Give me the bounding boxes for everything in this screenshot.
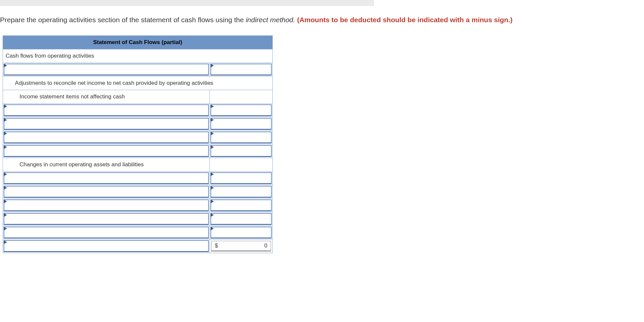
instruction-red-bold: (Amounts to be deducted should be indica…	[295, 16, 513, 24]
top-bar	[0, 0, 374, 6]
input-value-3[interactable]	[210, 117, 273, 131]
instruction-italic: indirect method.	[246, 16, 295, 24]
input-label-10[interactable]	[3, 226, 210, 240]
dropdown-arrow-icon	[4, 104, 7, 108]
row-changes: Changes in current operating assets and …	[3, 158, 210, 172]
dropdown-arrow-icon	[4, 227, 7, 231]
total-value: 0	[264, 242, 267, 249]
dropdown-arrow-icon	[210, 227, 214, 231]
input-value-6[interactable]	[210, 172, 273, 185]
dropdown-arrow-icon	[210, 186, 214, 190]
input-label-7[interactable]	[3, 185, 210, 199]
dropdown-arrow-icon	[210, 118, 214, 122]
dropdown-arrow-icon	[210, 145, 214, 149]
dropdown-arrow-icon	[210, 213, 214, 217]
input-label-8[interactable]	[3, 199, 210, 212]
dropdown-arrow-icon	[4, 118, 7, 122]
dropdown-arrow-icon	[210, 64, 214, 68]
input-label-9[interactable]	[3, 212, 210, 226]
blank-cell	[210, 158, 273, 172]
instruction-text: Prepare the operating activities section…	[0, 15, 644, 24]
input-value-10[interactable]	[210, 226, 273, 240]
dropdown-arrow-icon	[210, 199, 214, 203]
total-currency-symbol: $	[215, 242, 218, 249]
input-value-5[interactable]	[210, 144, 273, 158]
input-label-1[interactable]	[3, 63, 210, 77]
input-label-6[interactable]	[3, 172, 210, 185]
input-label-total[interactable]	[3, 240, 210, 253]
input-value-4[interactable]	[210, 131, 273, 144]
dropdown-arrow-icon	[210, 132, 214, 135]
row-operating-activities: Cash flows from operating activities	[3, 49, 273, 63]
input-value-9[interactable]	[210, 212, 273, 226]
dropdown-arrow-icon	[4, 145, 7, 149]
input-value-1[interactable]	[210, 63, 273, 77]
dropdown-arrow-icon	[210, 172, 214, 176]
blank-cell	[210, 90, 273, 104]
row-adjustments: Adjustments to reconcile net income to n…	[3, 77, 273, 90]
row-income-items: Income statement items not affecting cas…	[3, 90, 210, 104]
dropdown-arrow-icon	[4, 186, 7, 190]
dropdown-arrow-icon	[210, 104, 214, 108]
dropdown-arrow-icon	[4, 240, 7, 244]
dropdown-arrow-icon	[4, 64, 7, 68]
input-value-7[interactable]	[210, 185, 273, 199]
dropdown-arrow-icon	[4, 199, 7, 203]
input-label-2[interactable]	[3, 104, 210, 117]
cash-flow-table: Statement of Cash Flows (partial) Cash f…	[3, 35, 273, 253]
instruction-part1: Prepare the operating activities section…	[0, 16, 246, 24]
total-value-cell: $ 0	[210, 240, 273, 253]
input-label-5[interactable]	[3, 144, 210, 158]
input-value-2[interactable]	[210, 104, 273, 117]
dropdown-arrow-icon	[4, 172, 7, 176]
table-header: Statement of Cash Flows (partial)	[3, 36, 273, 49]
dropdown-arrow-icon	[4, 132, 7, 135]
dropdown-arrow-icon	[4, 213, 7, 217]
input-value-8[interactable]	[210, 199, 273, 212]
input-label-3[interactable]	[3, 117, 210, 131]
input-label-4[interactable]	[3, 131, 210, 144]
